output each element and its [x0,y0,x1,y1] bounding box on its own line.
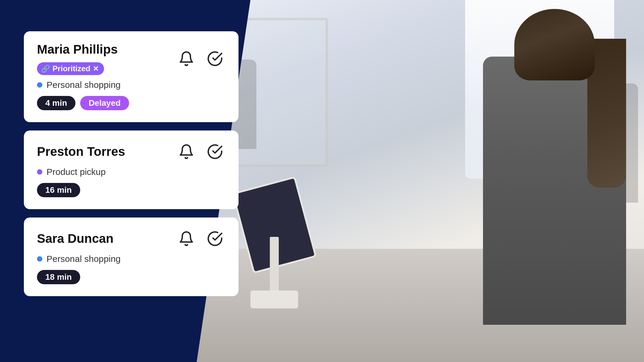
card-preston-torres: Preston Torres Product p [24,130,239,209]
service-text-sara: Personal shopping [47,254,121,264]
close-badge-icon[interactable]: ✕ [93,65,99,73]
prioritized-badge[interactable]: 🔗 Prioritized ✕ [37,62,104,75]
person-hair [514,9,595,80]
card-title-area-maria: Maria Phillips 🔗 Prioritized ✕ [37,42,176,75]
tablet-stand-pole [270,237,279,296]
card-title-area-sara: Sara Duncan [37,231,114,246]
time-tag-sara: 18 min [37,270,80,284]
service-label-preston: Product pickup [37,167,225,177]
check-button-preston[interactable] [205,141,225,162]
service-dot-preston [37,169,42,175]
tablet-stand-base [250,290,298,308]
prioritized-label: Prioritized [52,64,90,73]
customer-name-sara: Sara Duncan [37,231,114,246]
tablet-stand-area [233,183,316,308]
customer-name-maria: Maria Phillips [37,42,118,57]
time-tag-preston: 16 min [37,183,80,197]
delayed-tag-maria: Delayed [80,96,129,110]
card-header-sara: Sara Duncan [37,228,225,249]
check-circle-icon [207,144,223,160]
service-dot-maria [37,82,42,88]
service-label-sara: Personal shopping [37,254,225,264]
card-sara-duncan: Sara Duncan Personal sho [24,217,239,296]
card-actions-maria [176,48,225,69]
card-tags-maria: 4 min Delayed [37,96,225,110]
service-text-maria: Personal shopping [47,80,121,90]
bell-icon [178,231,194,247]
service-text-preston: Product pickup [47,167,106,177]
photo-area [197,0,644,362]
card-tags-sara: 18 min [37,270,225,284]
person-silhouette [423,9,644,355]
background-scene [197,0,644,362]
card-header-preston: Preston Torres [37,141,225,162]
card-title-area-preston: Preston Torres [37,144,125,159]
card-actions-sara [176,228,225,249]
check-button-sara[interactable] [205,228,225,249]
service-label-maria: Personal shopping [37,80,225,90]
service-dot-sara [37,256,42,262]
card-tags-preston: 16 min [37,183,225,197]
check-circle-icon [207,51,223,67]
card-actions-preston [176,141,225,162]
customer-name-preston: Preston Torres [37,144,125,159]
bell-icon [178,144,194,160]
check-circle-icon [207,231,223,247]
time-tag-maria: 4 min [37,96,75,110]
bell-button-preston[interactable] [176,141,197,162]
bell-button-maria[interactable] [176,48,197,69]
card-maria-phillips: Maria Phillips 🔗 Prioritized ✕ [24,31,239,122]
bell-icon [178,51,194,67]
cards-container: Maria Phillips 🔗 Prioritized ✕ [24,31,239,296]
bell-button-sara[interactable] [176,228,197,249]
link-icon: 🔗 [41,65,50,73]
card-header-maria: Maria Phillips 🔗 Prioritized ✕ [37,42,225,75]
check-button-maria[interactable] [205,48,225,69]
